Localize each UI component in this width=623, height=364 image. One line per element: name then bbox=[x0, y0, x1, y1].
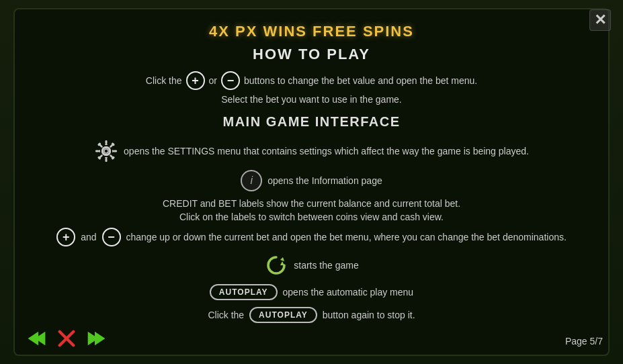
minus-icon bbox=[221, 71, 240, 90]
and-text: and bbox=[81, 232, 96, 242]
spin-row: starts the game bbox=[42, 253, 581, 277]
prev-page-button[interactable] bbox=[20, 326, 48, 351]
gear-icon bbox=[94, 139, 118, 163]
autoplay-opens-row: AUTOPLAY opens the automatic play menu bbox=[42, 284, 581, 300]
bet-instruction-line1: Click the or buttons to change the bet v… bbox=[42, 71, 581, 90]
click-the-text: Click the bbox=[146, 75, 182, 86]
close-button[interactable]: ✕ bbox=[589, 9, 611, 31]
top-header: 4X PX WINS FREE SPINS bbox=[42, 23, 581, 40]
info-description: opens the Information page bbox=[267, 175, 382, 186]
svg-rect-3 bbox=[106, 140, 108, 144]
plus-bet-icon bbox=[56, 228, 75, 246]
credit-bet-line2: Click on the labels to switch between co… bbox=[42, 212, 581, 222]
svg-rect-4 bbox=[106, 158, 108, 162]
page-indicator: Page 5/7 bbox=[565, 336, 603, 347]
or-text: or bbox=[209, 75, 217, 86]
how-to-play-title: HOW TO PLAY bbox=[42, 46, 581, 63]
autoplay-opens-text: opens the automatic play menu bbox=[283, 287, 414, 298]
navigation-arrows bbox=[20, 326, 113, 351]
bet-instruction-line2: Select the bet you want to use in the ga… bbox=[42, 94, 581, 105]
autoplay-stop-text: button again to stop it. bbox=[323, 310, 415, 320]
next-page-button[interactable] bbox=[85, 326, 113, 351]
info-row: i opens the Information page bbox=[42, 170, 581, 191]
close-nav-button[interactable] bbox=[52, 326, 81, 351]
main-game-interface-section: MAIN GAME INTERFACE bbox=[42, 114, 581, 277]
settings-description: opens the SETTINGS menu that contains se… bbox=[124, 146, 529, 156]
svg-rect-5 bbox=[95, 150, 99, 152]
click-the-autoplay-text: Click the bbox=[208, 310, 244, 320]
bet-change-text: buttons to change the bet value and open… bbox=[244, 75, 477, 86]
info-icon: i bbox=[241, 170, 262, 191]
autoplay-section: AUTOPLAY opens the automatic play menu C… bbox=[42, 284, 581, 323]
credit-bet-line1: CREDIT and BET labels show the current b… bbox=[42, 198, 581, 209]
plus-icon bbox=[186, 71, 205, 90]
autoplay-pill-1: AUTOPLAY bbox=[210, 284, 278, 300]
autoplay-pill-2: AUTOPLAY bbox=[249, 307, 317, 323]
svg-rect-6 bbox=[114, 150, 117, 152]
starts-game-text: starts the game bbox=[294, 260, 359, 271]
main-game-title: MAIN GAME INTERFACE bbox=[42, 114, 581, 130]
bet-change-row: and change up or down the current bet an… bbox=[42, 228, 581, 246]
minus-bet-icon bbox=[102, 228, 121, 246]
select-bet-text: Select the bet you want to use in the ga… bbox=[221, 94, 402, 105]
bet-change-description: change up or down the current bet and op… bbox=[126, 232, 567, 242]
how-to-play-section: HOW TO PLAY Click the or buttons to chan… bbox=[42, 46, 581, 105]
spin-icon bbox=[264, 253, 288, 277]
autoplay-stop-row: Click the AUTOPLAY button again to stop … bbox=[42, 307, 581, 323]
settings-row: opens the SETTINGS menu that contains se… bbox=[42, 139, 581, 163]
help-modal: 4X PX WINS FREE SPINS HOW TO PLAY Click … bbox=[13, 8, 610, 356]
svg-point-2 bbox=[104, 149, 108, 153]
